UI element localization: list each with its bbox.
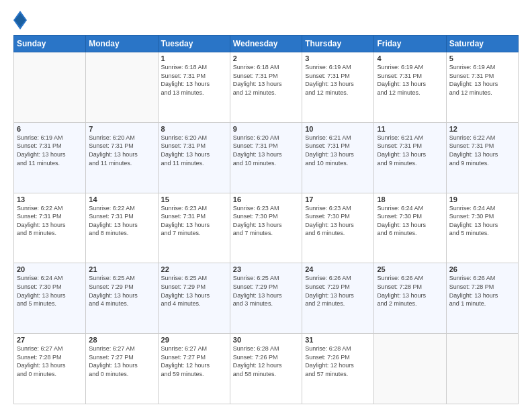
weekday-header-tuesday: Tuesday	[158, 36, 230, 52]
calendar-week-row: 1Sunrise: 6:18 AM Sunset: 7:31 PM Daylig…	[14, 52, 519, 123]
day-info: Sunrise: 6:23 AM Sunset: 7:31 PM Dayligh…	[161, 204, 227, 238]
day-info: Sunrise: 6:24 AM Sunset: 7:30 PM Dayligh…	[17, 274, 83, 308]
calendar-cell: 23Sunrise: 6:25 AM Sunset: 7:29 PM Dayli…	[230, 263, 302, 334]
logo-icon	[13, 11, 27, 30]
day-info: Sunrise: 6:27 AM Sunset: 7:27 PM Dayligh…	[89, 345, 154, 378]
day-number: 3	[305, 54, 371, 62]
calendar-cell	[14, 52, 86, 123]
day-info: Sunrise: 6:18 AM Sunset: 7:31 PM Dayligh…	[233, 63, 299, 97]
day-info: Sunrise: 6:19 AM Sunset: 7:31 PM Dayligh…	[17, 134, 83, 167]
calendar-cell: 27Sunrise: 6:27 AM Sunset: 7:28 PM Dayli…	[14, 334, 86, 404]
day-info: Sunrise: 6:22 AM Sunset: 7:31 PM Dayligh…	[449, 134, 515, 167]
day-info: Sunrise: 6:19 AM Sunset: 7:31 PM Dayligh…	[377, 63, 443, 97]
header	[13, 11, 519, 30]
day-number: 13	[17, 195, 83, 203]
day-number: 22	[161, 265, 227, 273]
calendar-cell: 25Sunrise: 6:26 AM Sunset: 7:28 PM Dayli…	[374, 263, 446, 334]
calendar-cell: 28Sunrise: 6:27 AM Sunset: 7:27 PM Dayli…	[86, 334, 158, 404]
calendar-cell: 2Sunrise: 6:18 AM Sunset: 7:31 PM Daylig…	[230, 52, 302, 123]
day-info: Sunrise: 6:28 AM Sunset: 7:26 PM Dayligh…	[305, 345, 371, 378]
calendar-cell	[374, 334, 446, 404]
calendar-cell: 14Sunrise: 6:22 AM Sunset: 7:31 PM Dayli…	[86, 193, 158, 263]
weekday-header-wednesday: Wednesday	[230, 36, 302, 52]
calendar-cell: 17Sunrise: 6:23 AM Sunset: 7:30 PM Dayli…	[302, 193, 374, 263]
day-number: 4	[377, 54, 443, 62]
day-number: 9	[233, 125, 299, 133]
day-info: Sunrise: 6:27 AM Sunset: 7:28 PM Dayligh…	[17, 345, 83, 378]
day-info: Sunrise: 6:25 AM Sunset: 7:29 PM Dayligh…	[161, 274, 227, 308]
day-number: 14	[89, 195, 154, 203]
day-number: 25	[377, 265, 443, 273]
calendar-cell: 22Sunrise: 6:25 AM Sunset: 7:29 PM Dayli…	[158, 263, 230, 334]
calendar-cell: 4Sunrise: 6:19 AM Sunset: 7:31 PM Daylig…	[374, 52, 446, 123]
day-number: 2	[233, 54, 299, 62]
calendar-cell	[446, 334, 518, 404]
day-number: 17	[305, 195, 371, 203]
day-number: 12	[449, 125, 515, 133]
calendar-cell: 21Sunrise: 6:25 AM Sunset: 7:29 PM Dayli…	[86, 263, 158, 334]
weekday-header-saturday: Saturday	[446, 36, 518, 52]
calendar-week-row: 27Sunrise: 6:27 AM Sunset: 7:28 PM Dayli…	[14, 334, 519, 404]
day-info: Sunrise: 6:24 AM Sunset: 7:30 PM Dayligh…	[449, 204, 515, 238]
weekday-header-monday: Monday	[86, 36, 158, 52]
day-info: Sunrise: 6:19 AM Sunset: 7:31 PM Dayligh…	[449, 63, 515, 97]
day-info: Sunrise: 6:23 AM Sunset: 7:30 PM Dayligh…	[233, 204, 299, 238]
calendar-week-row: 20Sunrise: 6:24 AM Sunset: 7:30 PM Dayli…	[14, 263, 519, 334]
calendar-cell: 8Sunrise: 6:20 AM Sunset: 7:31 PM Daylig…	[158, 122, 230, 193]
weekday-header-thursday: Thursday	[302, 36, 374, 52]
day-number: 27	[17, 336, 83, 344]
calendar-cell	[86, 52, 158, 123]
day-number: 23	[233, 265, 299, 273]
calendar-table: SundayMondayTuesdayWednesdayThursdayFrid…	[13, 35, 519, 404]
day-info: Sunrise: 6:21 AM Sunset: 7:31 PM Dayligh…	[305, 134, 371, 167]
day-number: 11	[377, 125, 443, 133]
svg-marker-1	[15, 13, 26, 27]
day-number: 20	[17, 265, 83, 273]
day-info: Sunrise: 6:25 AM Sunset: 7:29 PM Dayligh…	[233, 274, 299, 308]
calendar-cell: 18Sunrise: 6:24 AM Sunset: 7:30 PM Dayli…	[374, 193, 446, 263]
calendar-week-row: 13Sunrise: 6:22 AM Sunset: 7:31 PM Dayli…	[14, 193, 519, 263]
day-info: Sunrise: 6:22 AM Sunset: 7:31 PM Dayligh…	[89, 204, 154, 238]
day-number: 19	[449, 195, 515, 203]
day-info: Sunrise: 6:23 AM Sunset: 7:30 PM Dayligh…	[305, 204, 371, 238]
calendar-cell: 5Sunrise: 6:19 AM Sunset: 7:31 PM Daylig…	[446, 52, 518, 123]
page: SundayMondayTuesdayWednesdayThursdayFrid…	[0, 0, 532, 411]
day-number: 31	[305, 336, 371, 344]
day-number: 30	[233, 336, 299, 344]
day-number: 7	[89, 125, 154, 133]
calendar-week-row: 6Sunrise: 6:19 AM Sunset: 7:31 PM Daylig…	[14, 122, 519, 193]
day-number: 26	[449, 265, 515, 273]
calendar-cell: 26Sunrise: 6:26 AM Sunset: 7:28 PM Dayli…	[446, 263, 518, 334]
calendar-cell: 24Sunrise: 6:26 AM Sunset: 7:29 PM Dayli…	[302, 263, 374, 334]
calendar-cell: 3Sunrise: 6:19 AM Sunset: 7:31 PM Daylig…	[302, 52, 374, 123]
calendar-cell: 19Sunrise: 6:24 AM Sunset: 7:30 PM Dayli…	[446, 193, 518, 263]
calendar-cell: 10Sunrise: 6:21 AM Sunset: 7:31 PM Dayli…	[302, 122, 374, 193]
day-info: Sunrise: 6:27 AM Sunset: 7:27 PM Dayligh…	[161, 345, 227, 378]
calendar-cell: 6Sunrise: 6:19 AM Sunset: 7:31 PM Daylig…	[14, 122, 86, 193]
calendar-cell: 30Sunrise: 6:28 AM Sunset: 7:26 PM Dayli…	[230, 334, 302, 404]
day-info: Sunrise: 6:26 AM Sunset: 7:28 PM Dayligh…	[449, 274, 515, 308]
calendar-cell: 16Sunrise: 6:23 AM Sunset: 7:30 PM Dayli…	[230, 193, 302, 263]
day-info: Sunrise: 6:22 AM Sunset: 7:31 PM Dayligh…	[17, 204, 83, 238]
day-info: Sunrise: 6:20 AM Sunset: 7:31 PM Dayligh…	[233, 134, 299, 167]
calendar-cell: 9Sunrise: 6:20 AM Sunset: 7:31 PM Daylig…	[230, 122, 302, 193]
day-number: 29	[161, 336, 227, 344]
day-info: Sunrise: 6:26 AM Sunset: 7:28 PM Dayligh…	[377, 274, 443, 308]
calendar-cell: 29Sunrise: 6:27 AM Sunset: 7:27 PM Dayli…	[158, 334, 230, 404]
weekday-header-sunday: Sunday	[14, 36, 86, 52]
calendar-cell: 15Sunrise: 6:23 AM Sunset: 7:31 PM Dayli…	[158, 193, 230, 263]
day-info: Sunrise: 6:20 AM Sunset: 7:31 PM Dayligh…	[161, 134, 227, 167]
day-info: Sunrise: 6:26 AM Sunset: 7:29 PM Dayligh…	[305, 274, 371, 308]
day-info: Sunrise: 6:25 AM Sunset: 7:29 PM Dayligh…	[89, 274, 154, 308]
day-info: Sunrise: 6:18 AM Sunset: 7:31 PM Dayligh…	[161, 63, 227, 97]
calendar-cell: 31Sunrise: 6:28 AM Sunset: 7:26 PM Dayli…	[302, 334, 374, 404]
day-number: 21	[89, 265, 154, 273]
day-number: 16	[233, 195, 299, 203]
day-number: 6	[17, 125, 83, 133]
day-info: Sunrise: 6:21 AM Sunset: 7:31 PM Dayligh…	[377, 134, 443, 167]
day-number: 28	[89, 336, 154, 344]
day-info: Sunrise: 6:24 AM Sunset: 7:30 PM Dayligh…	[377, 204, 443, 238]
day-number: 1	[161, 54, 227, 62]
day-info: Sunrise: 6:19 AM Sunset: 7:31 PM Dayligh…	[305, 63, 371, 97]
logo	[13, 11, 30, 30]
